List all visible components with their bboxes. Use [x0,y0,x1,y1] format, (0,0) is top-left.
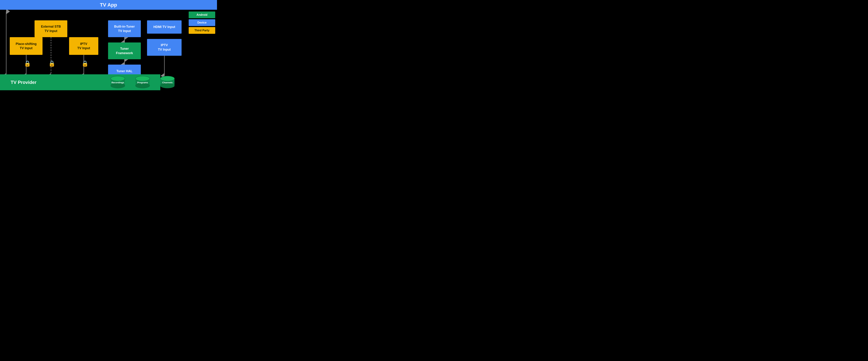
box-iptv-left: IPTV TV Input [69,37,98,55]
box-external-stb: External STB TV Input [35,20,67,37]
lock-icon-2: 🔒 [49,60,56,67]
box-hdmi-tv-input: HDMI TV Input [147,20,182,34]
legend-thirdparty: Third Party [189,27,215,34]
legend: Android Device Third Party [189,11,215,34]
svg-point-25 [160,76,175,81]
box-tuner-framework: Tuner Framework [108,42,141,59]
svg-point-19 [135,83,150,88]
svg-text:Programs: Programs [137,81,148,84]
tv-app-title: TV App [100,2,117,8]
lock-icon-1: 🔒 [24,60,31,67]
lock-icon-3: 🔒 [82,60,89,67]
legend-device: Device [189,19,215,26]
legend-android: Android [189,11,215,18]
svg-point-24 [160,83,175,88]
box-builtin-tuner: Built-in-Tuner TV Input [108,20,141,37]
svg-text:Channels: Channels [162,81,173,84]
db-programs: Programs [135,75,151,89]
svg-point-14 [111,83,125,88]
tv-app-header: TV App [0,0,217,10]
box-place-shifting: Place-shifting TV Input [10,37,42,55]
svg-point-20 [135,76,150,81]
db-recordings: Recordings [110,75,126,89]
box-iptv-right: IPTV TV Input [147,39,182,56]
svg-point-15 [111,76,125,81]
svg-text:Recordings: Recordings [112,81,124,84]
db-channels: Channels [159,75,175,89]
tv-provider-title: TV Provider [11,79,36,85]
